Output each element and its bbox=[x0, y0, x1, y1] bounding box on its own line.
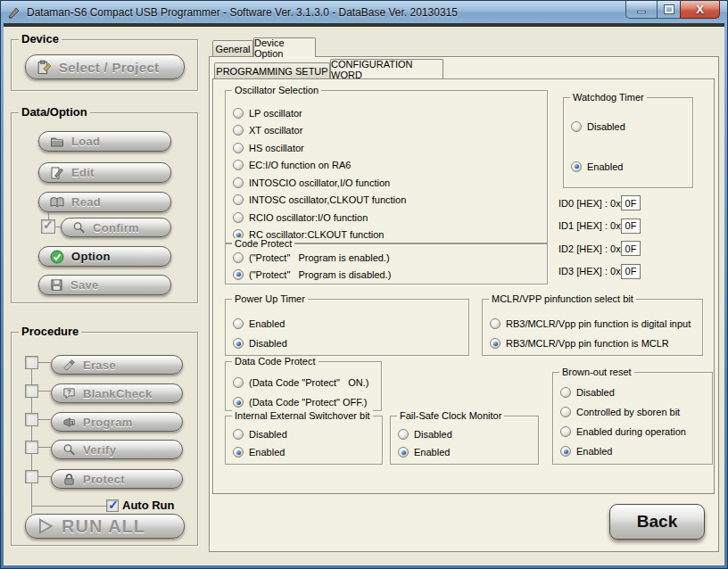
protect-button[interactable]: Protect bbox=[51, 469, 183, 489]
radio-option[interactable]: ("Protect" Program is enabled.) bbox=[226, 249, 547, 266]
blankcheck-checkbox[interactable] bbox=[25, 384, 38, 398]
radio-option[interactable]: ("Protect" Program is disabled.) bbox=[226, 266, 547, 283]
load-button[interactable]: Load bbox=[38, 131, 171, 152]
tab-device-option[interactable]: Device Option bbox=[253, 37, 316, 57]
radio-label: LP oscillator bbox=[249, 108, 302, 119]
connector-line bbox=[38, 419, 51, 420]
save-button[interactable]: Save bbox=[38, 275, 171, 295]
radio-option[interactable]: Enabled bbox=[553, 441, 712, 461]
radio-option[interactable]: XT oscillator bbox=[226, 122, 547, 140]
program-checkbox[interactable] bbox=[25, 413, 38, 426]
id-hex-input[interactable] bbox=[621, 195, 641, 210]
radio-option[interactable]: Enabled bbox=[564, 146, 692, 186]
erase-label: Erase bbox=[83, 359, 116, 372]
radio-icon bbox=[233, 160, 244, 170]
confirm-button[interactable]: Confirm bbox=[61, 218, 171, 237]
radio-option[interactable]: Enabled during operation bbox=[553, 422, 712, 441]
connector-line bbox=[38, 476, 51, 477]
group-watchdog-timer: Watchdog Timer DisabledEnabled bbox=[563, 97, 693, 188]
confirm-label: Confirm bbox=[93, 221, 139, 235]
radio-option[interactable]: RB3/MCLR/Vpp pin function is digital inp… bbox=[483, 314, 702, 334]
radio-label: Enabled bbox=[587, 161, 623, 172]
erase-button[interactable]: Erase bbox=[51, 355, 183, 375]
protect-checkbox[interactable] bbox=[25, 470, 38, 483]
id-label: ID3 [HEX] : 0x bbox=[558, 266, 621, 276]
select-project-button[interactable]: Select / Project bbox=[25, 54, 185, 79]
radio-option[interactable]: EC:I/O function on RA6 bbox=[226, 157, 547, 175]
blankcheck-button[interactable]: ? BlankCheck bbox=[51, 383, 183, 403]
group-title: MCLR/VPP pinfunction select bit bbox=[489, 293, 636, 305]
maximize-icon bbox=[665, 5, 674, 13]
radio-option[interactable]: LP oscillator bbox=[226, 104, 547, 122]
radio-label: Controlled by sboren bit bbox=[576, 407, 680, 417]
radio-label: RCIO oscillator:I/O function bbox=[249, 212, 368, 223]
radio-label: Enabled bbox=[414, 447, 450, 458]
title-bar[interactable]: Dataman-S6 Compact USB Programmer - Soft… bbox=[1, 1, 727, 23]
radio-option[interactable]: Enabled bbox=[391, 443, 538, 461]
verify-button[interactable]: Verify bbox=[51, 440, 183, 459]
radio-icon bbox=[571, 121, 582, 132]
page-pencil-icon bbox=[50, 166, 64, 180]
run-all-button[interactable]: RUN ALL bbox=[25, 514, 185, 539]
radio-option[interactable]: Enabled bbox=[226, 443, 382, 461]
radio-icon bbox=[233, 429, 244, 440]
radio-label: XT oscillator bbox=[249, 125, 302, 136]
close-button[interactable]: X bbox=[680, 1, 720, 19]
id-hex-input[interactable] bbox=[621, 219, 641, 234]
radio-label: RB3/MCLR/Vpp pin function is digital inp… bbox=[506, 318, 691, 329]
radio-option[interactable]: (Data Code "Protect" ON.) bbox=[226, 373, 381, 392]
subtab-programming-setup[interactable]: PROGRAMMING SETUP bbox=[214, 62, 330, 79]
read-button[interactable]: Read bbox=[38, 192, 171, 212]
green-check-circle-icon bbox=[50, 250, 64, 264]
radio-option[interactable]: RCIO oscillator:I/O function bbox=[226, 209, 547, 227]
auto-run-checkbox[interactable] bbox=[106, 499, 119, 512]
magnifier-icon bbox=[72, 221, 86, 235]
radio-option[interactable]: Disabled bbox=[226, 425, 382, 443]
radio-icon bbox=[233, 447, 244, 458]
radio-label: Disabled bbox=[249, 429, 287, 440]
radio-option[interactable]: INTOSC oscillator,CLKOUT function bbox=[226, 192, 547, 210]
svg-text:?: ? bbox=[67, 388, 71, 396]
group-title: Internal External Switchover bit bbox=[232, 410, 373, 422]
maximize-button[interactable] bbox=[657, 1, 681, 19]
option-button[interactable]: Option bbox=[38, 246, 171, 267]
id-hex-input[interactable] bbox=[621, 264, 641, 279]
radio-icon bbox=[398, 429, 409, 440]
radio-icon bbox=[490, 338, 500, 349]
radio-option[interactable]: Disabled bbox=[391, 425, 538, 443]
confirm-checkbox[interactable] bbox=[41, 219, 55, 234]
tab-general[interactable]: General bbox=[212, 40, 253, 57]
radio-option[interactable]: HS oscillator bbox=[226, 139, 547, 157]
group-data-code-protect: Data Code Protect (Data Code "Protect" O… bbox=[225, 361, 382, 411]
radio-option[interactable]: (Data Code "Protect" OFF.) bbox=[226, 392, 381, 412]
minimize-button[interactable] bbox=[625, 1, 658, 19]
radio-option[interactable]: Disabled bbox=[553, 383, 712, 402]
radio-option[interactable]: Disabled bbox=[564, 106, 692, 146]
subtab-configuration-word-label: CONFIGURATION WORD bbox=[331, 59, 443, 80]
edit-button[interactable]: Edit bbox=[38, 162, 171, 183]
verify-checkbox[interactable] bbox=[25, 441, 38, 454]
id-label: ID2 [HEX] : 0x bbox=[558, 243, 621, 254]
subtab-programming-setup-label: PROGRAMMING SETUP bbox=[216, 66, 327, 77]
radio-label: HS oscillator bbox=[249, 143, 304, 153]
id-row: ID1 [HEX] : 0x bbox=[558, 215, 641, 238]
back-button[interactable]: Back bbox=[609, 504, 705, 540]
radio-label: Disabled bbox=[587, 121, 625, 132]
radio-option[interactable]: Controlled by sboren bit bbox=[553, 402, 712, 422]
group-internal-external-switchover: Internal External Switchover bit Disable… bbox=[225, 416, 383, 465]
radio-icon bbox=[233, 318, 244, 329]
erase-checkbox[interactable] bbox=[25, 356, 38, 369]
subtab-configuration-word[interactable]: CONFIGURATION WORD bbox=[330, 59, 443, 78]
id-hex-input[interactable] bbox=[621, 241, 641, 256]
program-button[interactable]: 1 Program bbox=[51, 412, 183, 432]
radio-option[interactable]: Enabled bbox=[226, 314, 468, 334]
close-icon: X bbox=[696, 4, 704, 15]
radio-label: ("Protect" Program is disabled.) bbox=[249, 269, 391, 280]
radio-option[interactable]: RB3/MCLR/Vpp pin function is MCLR bbox=[483, 334, 702, 353]
radio-option[interactable]: Disabled bbox=[226, 334, 468, 353]
radio-option[interactable]: INTOSCIO oscillator,I/O function bbox=[226, 174, 547, 192]
group-title: Watchdog Timer bbox=[570, 92, 647, 103]
radio-icon bbox=[233, 377, 244, 388]
padlock-icon bbox=[62, 473, 76, 486]
id-row: ID2 [HEX] : 0x bbox=[558, 237, 641, 260]
